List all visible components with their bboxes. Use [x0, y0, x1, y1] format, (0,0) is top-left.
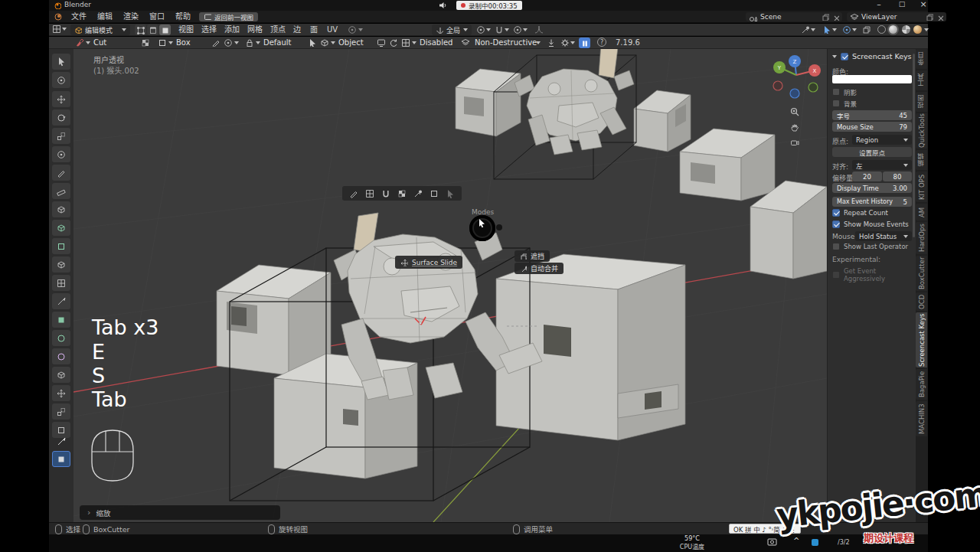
- pause-button[interactable]: [579, 38, 590, 48]
- operator-panel-collapsed[interactable]: › 缩放: [80, 505, 280, 520]
- surface-slide-chip[interactable]: Surface Slide: [395, 256, 462, 269]
- menu-view[interactable]: 视图: [173, 24, 199, 36]
- checker-pattern-icon[interactable]: [141, 38, 149, 47]
- occlude-chip[interactable]: 遮挡: [514, 250, 550, 262]
- xray-toggle[interactable]: [862, 25, 871, 34]
- region-box-icon[interactable]: [430, 189, 439, 198]
- minimize-button[interactable]: –: [870, 0, 888, 9]
- scene-selector[interactable]: Scene: [746, 12, 842, 21]
- overlays-toggle[interactable]: [842, 25, 857, 34]
- origin-dropdown[interactable]: Region: [852, 135, 912, 145]
- face-select-button[interactable]: [159, 24, 171, 35]
- shading-wireframe-button[interactable]: [877, 25, 886, 34]
- operation-layers-icon[interactable]: [461, 38, 469, 47]
- menu-render[interactable]: 渲染: [118, 11, 144, 23]
- tool-curve-pen[interactable]: [52, 433, 70, 449]
- tab-tool[interactable]: 工具: [916, 70, 927, 90]
- cut-label[interactable]: Cut: [93, 38, 106, 47]
- tool-spin[interactable]: [52, 330, 70, 346]
- tab-hardops[interactable]: HardOps: [916, 222, 927, 254]
- origin-dot-icon[interactable]: [224, 38, 232, 47]
- offset-x-field[interactable]: 20: [852, 171, 882, 181]
- gear-caret[interactable]: [570, 41, 575, 44]
- cpu-temp-widget[interactable]: 59°C CPU温度: [669, 535, 715, 550]
- lock-icon[interactable]: [245, 38, 253, 47]
- color-swatch[interactable]: [832, 75, 912, 83]
- display-time-slider[interactable]: Display Time3.00: [832, 183, 912, 193]
- mouse-size-slider[interactable]: Mouse Size79: [832, 122, 912, 132]
- get-event-row[interactable]: Get Event Aggressively: [832, 267, 912, 283]
- cut-caret[interactable]: [86, 41, 90, 44]
- tool-scale[interactable]: [52, 128, 70, 144]
- tab-ocd[interactable]: OCD: [916, 292, 927, 311]
- tool-shrink-fatten[interactable]: [52, 385, 70, 401]
- tool-smooth[interactable]: [52, 348, 70, 364]
- font-size-slider[interactable]: 字号45: [832, 110, 912, 120]
- tool-poly-build[interactable]: [52, 312, 70, 328]
- tray-blue-app-icon[interactable]: [812, 539, 818, 546]
- mode-dropdown[interactable]: 编辑模式: [70, 24, 130, 35]
- mode-lock-caret[interactable]: [256, 41, 260, 44]
- menu-vertex[interactable]: 顶点: [265, 24, 291, 36]
- panel-scrollbar[interactable]: [913, 54, 915, 237]
- show-gizmo-dropdown[interactable]: [801, 25, 815, 34]
- menu-edge[interactable]: 边: [288, 24, 306, 36]
- mesh-grid-icon[interactable]: [365, 189, 374, 198]
- tab-edit[interactable]: 编辑: [916, 150, 927, 170]
- cycle-refresh-icon[interactable]: [389, 38, 397, 47]
- display-monitor-icon[interactable]: [377, 38, 385, 47]
- tool-cursor[interactable]: [52, 72, 70, 88]
- tab-boxcutter[interactable]: BoxCutter: [916, 256, 927, 291]
- max-event-history-field[interactable]: Max Event History5: [832, 197, 912, 207]
- show-mouse-events-row[interactable]: Show Mouse Events: [832, 220, 912, 228]
- tool-extrude[interactable]: [52, 220, 70, 236]
- remove-viewlayer-icon[interactable]: [936, 14, 943, 21]
- operation-caret[interactable]: [536, 41, 541, 44]
- tool-move[interactable]: [52, 91, 70, 107]
- help-icon[interactable]: ?: [597, 38, 606, 47]
- eyedropper-icon[interactable]: [413, 189, 423, 198]
- viewlayer-selector[interactable]: ViewLayer: [847, 12, 946, 21]
- tool-inset[interactable]: [52, 238, 70, 254]
- auto-merge-chip[interactable]: 自动合并: [514, 263, 564, 274]
- menu-face[interactable]: 面: [305, 24, 323, 36]
- back-to-previous-view-button[interactable]: 返回前一视图: [199, 12, 258, 21]
- tab-quicktools[interactable]: QuickTools: [916, 113, 927, 149]
- viewport-3d-scene[interactable]: [74, 49, 827, 522]
- tab-am[interactable]: AM: [916, 204, 927, 220]
- repeat-count-checkbox[interactable]: [832, 209, 840, 217]
- tray-gpu-icon[interactable]: [767, 538, 777, 547]
- copy-scene-icon[interactable]: [822, 13, 829, 21]
- tool-tweak-select[interactable]: [52, 54, 70, 70]
- tool-boxcutter-active[interactable]: [52, 451, 70, 467]
- proportional-editing-toggle[interactable]: [513, 25, 528, 34]
- shadow-row[interactable]: 阴影: [832, 87, 912, 96]
- apply-down-icon[interactable]: [547, 38, 555, 47]
- menu-mesh[interactable]: 网格: [242, 24, 268, 36]
- shading-rendered-button[interactable]: [913, 25, 922, 34]
- editor-type-button[interactable]: [52, 24, 67, 33]
- cut-brush-icon[interactable]: [75, 38, 83, 47]
- viewport-3d[interactable]: 用户透视 (1) 猴头.002 Modes Surface Slide 遮挡 自…: [74, 49, 827, 522]
- snap-target-dropdown[interactable]: [476, 25, 491, 34]
- tab-kit-ops[interactable]: KIT OPS: [916, 171, 927, 202]
- tool-loop-cut[interactable]: [52, 275, 70, 291]
- menu-window[interactable]: 窗口: [144, 11, 170, 23]
- copy-viewlayer-icon[interactable]: [926, 13, 933, 21]
- transform-pivot-dropdown[interactable]: [348, 25, 363, 34]
- close-button[interactable]: ×: [914, 0, 933, 9]
- screencast-enable-checkbox[interactable]: [841, 53, 848, 60]
- repeat-count-row[interactable]: Repeat Count: [832, 209, 912, 217]
- show-mouse-events-checkbox[interactable]: [832, 220, 840, 228]
- shape-square-icon[interactable]: [158, 38, 166, 47]
- tab-view[interactable]: 视图: [916, 92, 927, 112]
- unlink-scene-icon[interactable]: [832, 14, 839, 21]
- tab-machin3[interactable]: MACHIN3: [916, 401, 927, 436]
- shading-dropdown-caret[interactable]: [924, 28, 929, 31]
- pivot-caret[interactable]: [412, 41, 416, 44]
- background-row[interactable]: 背景: [832, 99, 912, 108]
- shadow-checkbox[interactable]: [832, 88, 840, 96]
- behavior-caret[interactable]: [331, 41, 335, 44]
- menu-edit[interactable]: 编辑: [92, 11, 118, 23]
- pivot-label[interactable]: Disabled: [420, 38, 452, 47]
